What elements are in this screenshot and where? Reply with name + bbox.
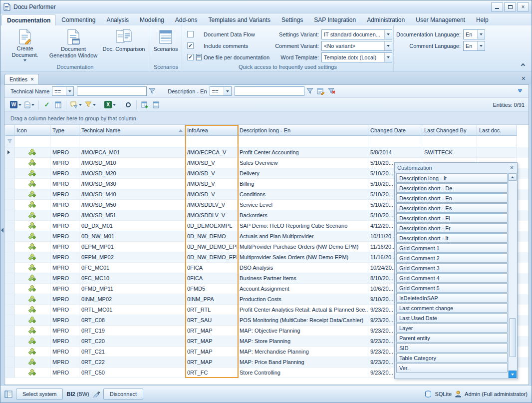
column-header-icon[interactable]: Icon	[14, 125, 50, 136]
scroll-down-button[interactable]	[509, 371, 517, 378]
apply-description-filter-button[interactable]	[304, 86, 315, 96]
select-system-button[interactable]: Select system	[16, 389, 63, 400]
column-header-description[interactable]: Description long - En	[238, 125, 368, 136]
customization-field-item[interactable]: Description short - De	[396, 183, 508, 193]
comment-filter-button[interactable]	[69, 99, 83, 110]
ribbon-tab[interactable]: Settings	[276, 14, 308, 25]
create-document-button[interactable]: Create Document.	[2, 27, 47, 62]
customization-field-item[interactable]: Description short - En	[396, 193, 508, 203]
customization-field-item[interactable]: Description short - Es	[396, 203, 508, 213]
ribbon-tab[interactable]: Documentation	[1, 14, 56, 25]
customization-field-item[interactable]: Grid Comment 2	[396, 253, 508, 263]
customization-field-item[interactable]: Table Category	[396, 353, 508, 363]
filter-cell[interactable]	[50, 136, 79, 147]
approve-button[interactable]: ✓	[41, 99, 52, 110]
filter-editor-button[interactable]	[315, 86, 326, 96]
ribbon-tab[interactable]: User Management	[410, 14, 471, 25]
close-button[interactable]: ×	[517, 2, 529, 11]
table-row[interactable]: MPRO /IMO/PCA_M01 /IMO/ECPCA_V Profit Ce…	[5, 147, 529, 158]
tab-entities[interactable]: Entities ×	[4, 74, 39, 84]
ribbon-tab[interactable]: Commenting	[56, 14, 101, 25]
customization-field-item[interactable]: Description short - Fr	[396, 223, 508, 233]
ribbon-tab[interactable]: Administration	[361, 14, 410, 25]
dropdown-button[interactable]	[384, 30, 392, 39]
customization-field-item[interactable]: Ver.	[396, 363, 508, 373]
comment-variant-dropdown[interactable]: <No variant>	[321, 41, 392, 51]
column-header-last-changed-by[interactable]: Last Changed By	[422, 125, 477, 136]
column-header-infoarea[interactable]: InfoArea	[185, 125, 238, 136]
document-close-button[interactable]: ×	[520, 75, 528, 82]
ribbon-checkbox-row[interactable]: ✓ One file per documentation	[187, 51, 269, 63]
filter-options-button[interactable]	[515, 86, 526, 96]
scrollbar-thumb[interactable]	[509, 318, 516, 357]
customization-scrollbar[interactable]	[508, 173, 517, 378]
technical-name-operator-dropdown[interactable]: ==	[52, 86, 74, 96]
documentation-language-dropdown[interactable]: En	[463, 29, 485, 39]
left-panel-collapse-arrow[interactable]	[1, 228, 3, 233]
ribbon-checkbox-row[interactable]: ✓ Include comments	[187, 40, 269, 51]
customization-field-item[interactable]: Grid Comment 3	[396, 263, 508, 273]
description-filter-input[interactable]	[235, 86, 304, 96]
checkbox[interactable]: ✓	[187, 42, 194, 49]
dropdown-button[interactable]	[477, 41, 485, 50]
customization-field-item[interactable]: Description short - It	[396, 233, 508, 243]
column-header-changed-date[interactable]: Changed Date	[368, 125, 422, 136]
column-chooser-button[interactable]	[52, 99, 63, 110]
column-header-type[interactable]: Type	[50, 125, 79, 136]
column-header-technical-name[interactable]: Technical Name	[79, 125, 185, 136]
dropdown-button[interactable]	[384, 53, 392, 62]
filter-cell[interactable]	[79, 136, 185, 147]
ribbon-checkbox-row[interactable]: ✓ Document Data Flow	[187, 28, 269, 40]
data-filter-button[interactable]	[83, 99, 97, 110]
checkbox[interactable]: ✓	[187, 54, 194, 60]
document-generation-window-button[interactable]: Document Generation Window	[48, 27, 98, 62]
ribbon-collapse-button[interactable]	[519, 60, 528, 68]
customization-field-item[interactable]: IsDeletedInSAP	[396, 293, 508, 303]
customization-field-item[interactable]: Last Used Date	[396, 313, 508, 323]
customization-field-item[interactable]: Last comment change	[396, 303, 508, 313]
settings-variant-dropdown[interactable]: IT standard documen...	[321, 29, 392, 39]
user-label[interactable]: Admin (Full administrator)	[465, 391, 528, 397]
scroll-up-button[interactable]	[509, 173, 517, 181]
ribbon-tab[interactable]: Modeling	[134, 14, 170, 25]
filter-cell[interactable]	[422, 136, 477, 147]
customization-field-item[interactable]: Grid Comment 5	[396, 283, 508, 293]
customization-title-bar[interactable]: Customization ×	[395, 163, 517, 173]
column-header-last-doc[interactable]: Last doc.	[477, 125, 517, 136]
show-hidden-button[interactable]	[123, 99, 134, 110]
customization-field-item[interactable]: Parent entity	[396, 333, 508, 343]
technical-name-filter-input[interactable]	[77, 86, 147, 96]
clear-filter-button[interactable]	[326, 86, 337, 96]
filter-cell[interactable]	[14, 136, 50, 147]
customization-close-button[interactable]: ×	[509, 165, 515, 171]
scenarios-button[interactable]: Scenarios	[151, 27, 180, 62]
dropdown-button[interactable]	[66, 87, 73, 95]
word-template-dropdown[interactable]: Template.dotx (Local)	[321, 52, 392, 62]
customization-field-item[interactable]: Grid Comment 1	[396, 243, 508, 253]
filter-cell[interactable]	[477, 136, 517, 147]
tab-close-icon[interactable]: ×	[30, 76, 34, 82]
customization-field-item[interactable]: Layer	[396, 323, 508, 333]
group-by-panel[interactable]: Drag a column header here to group by th…	[4, 112, 529, 125]
customization-field-item[interactable]: SID	[396, 343, 508, 353]
disconnect-button[interactable]: Disconnect	[103, 389, 143, 400]
brush-icon[interactable]	[93, 391, 100, 398]
apply-technical-name-filter-button[interactable]	[147, 86, 158, 96]
ribbon-tab[interactable]: Help	[471, 14, 494, 25]
export-document-button[interactable]	[23, 99, 36, 110]
ribbon-tab[interactable]: Templates and Variants	[203, 14, 276, 25]
add-table-button[interactable]	[139, 99, 150, 110]
maximize-button[interactable]	[504, 2, 516, 11]
filter-cell[interactable]	[368, 136, 422, 147]
customization-field-item[interactable]: Description long - It	[396, 173, 508, 183]
customization-field-item[interactable]: Description short - Fi	[396, 213, 508, 223]
ribbon-tab[interactable]: Analysis	[101, 14, 134, 25]
dropdown-button[interactable]	[224, 87, 231, 95]
dropdown-button[interactable]	[384, 41, 392, 50]
minimize-button[interactable]	[491, 2, 503, 11]
ribbon-tab[interactable]: SAP Integration	[308, 14, 361, 25]
database-label[interactable]: SQLite	[435, 391, 452, 397]
doc-comparison-button[interactable]: Doc. Comparison	[99, 27, 148, 62]
comment-language-dropdown[interactable]: En	[463, 41, 485, 51]
export-word-button[interactable]: W	[8, 99, 23, 110]
